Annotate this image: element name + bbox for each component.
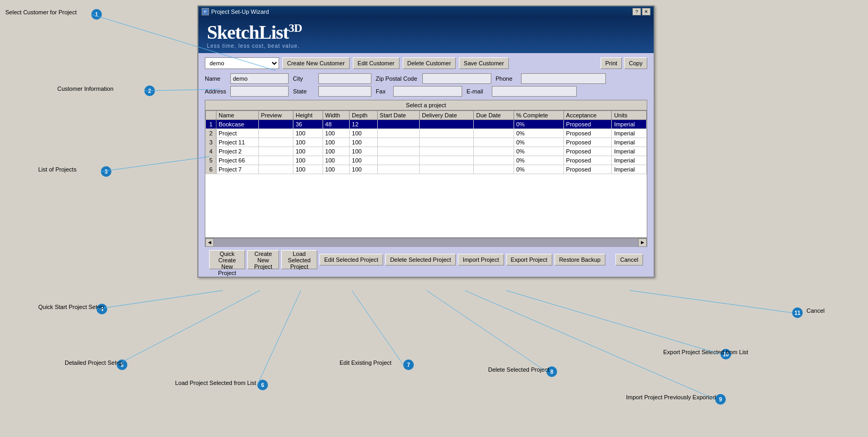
scroll-right-btn[interactable]: ▶: [638, 238, 647, 247]
city-input[interactable]: [318, 73, 371, 84]
customer-dropdown[interactable]: demo: [205, 57, 279, 69]
state-input[interactable]: [318, 86, 371, 97]
table-row[interactable]: 2 Project 100 100 100 0% Proposed Imperi…: [206, 129, 647, 138]
col-preview: Preview: [258, 111, 293, 120]
delete-selected-button[interactable]: Delete Selected Project: [385, 254, 456, 265]
table-row[interactable]: 4 Project 2 100 100 100 0% Proposed Impe…: [206, 147, 647, 156]
edit-selected-button[interactable]: Edit Selected Project: [319, 254, 383, 265]
svg-text:9: 9: [719, 397, 722, 402]
svg-text:List of Projects: List of Projects: [38, 166, 77, 173]
col-start-date: Start Date: [377, 111, 420, 120]
row-width: 100: [323, 129, 350, 138]
row-start-date: [377, 165, 420, 174]
table-row[interactable]: 6 Project 7 100 100 100 0% Proposed Impe…: [206, 165, 647, 174]
save-customer-button[interactable]: Save Customer: [459, 57, 509, 69]
row-due-date: [474, 147, 514, 156]
row-preview: [258, 147, 293, 156]
print-button[interactable]: Print: [601, 57, 622, 69]
svg-point-12: [97, 304, 107, 314]
project-section-header: Select a project: [205, 100, 647, 110]
logo-area: SketchList3D Less time, less cost, beat …: [198, 17, 654, 53]
table-row[interactable]: 1 Bookcase 36 48 12 0% Proposed Imperial: [206, 120, 647, 129]
title-bar-controls: ? ✕: [632, 8, 650, 15]
row-due-date: [474, 129, 514, 138]
svg-line-43: [630, 290, 792, 313]
row-pct-complete: 0%: [514, 138, 563, 147]
col-height: Height: [293, 111, 323, 120]
row-depth: 100: [350, 138, 377, 147]
table-row[interactable]: 5 Project 66 100 100 100 0% Proposed Imp…: [206, 156, 647, 165]
scroll-left-btn[interactable]: ◀: [205, 238, 214, 247]
print-copy-group: Print Copy: [601, 57, 647, 69]
row-due-date: [474, 156, 514, 165]
phone-input[interactable]: [521, 73, 606, 84]
row-delivery-date: [420, 147, 474, 156]
email-label: E-mail: [466, 88, 488, 95]
quick-create-button[interactable]: Quick Create New Project: [209, 250, 245, 269]
action-button-row: Quick Create New Project Create New Proj…: [205, 247, 647, 272]
restore-backup-button[interactable]: Restore Backup: [554, 254, 605, 265]
row-due-date: [474, 138, 514, 147]
row-pct-complete: 0%: [514, 147, 563, 156]
scroll-track[interactable]: [214, 238, 638, 247]
svg-text:Delete Selected Project: Delete Selected Project: [488, 366, 549, 373]
city-label: City: [293, 75, 314, 82]
project-table: Name Preview Height Width Depth Start Da…: [205, 110, 647, 174]
svg-point-4: [144, 85, 155, 96]
svg-text:Export Project Selected from L: Export Project Selected from List: [663, 349, 748, 355]
create-customer-button[interactable]: Create New Customer: [282, 57, 350, 69]
fax-input[interactable]: [393, 86, 462, 97]
name-input[interactable]: [230, 73, 289, 84]
row-start-date: [377, 120, 420, 129]
row-delivery-date: [420, 129, 474, 138]
row-pct-complete: 0%: [514, 120, 563, 129]
svg-line-39: [506, 290, 721, 354]
row-delivery-date: [420, 156, 474, 165]
svg-text:Import Project Previously Expo: Import Project Previously Exported: [626, 394, 716, 400]
name-label: Name: [205, 75, 226, 82]
edit-customer-button[interactable]: Edit Customer: [353, 57, 400, 69]
email-input[interactable]: [492, 86, 577, 97]
table-header-row: Name Preview Height Width Depth Start Da…: [206, 111, 647, 120]
row-preview: [258, 156, 293, 165]
svg-text:Quick Start Project Setup: Quick Start Project Setup: [38, 304, 104, 310]
row-number: 1: [206, 120, 216, 129]
load-selected-button[interactable]: Load Selected Project: [281, 250, 317, 269]
svg-point-20: [257, 380, 268, 390]
table-empty-area: [205, 174, 647, 238]
col-pct-complete: % Complete: [514, 111, 563, 120]
copy-button[interactable]: Copy: [624, 57, 647, 69]
svg-text:11: 11: [794, 310, 801, 316]
import-button[interactable]: Import Project: [458, 254, 504, 265]
h-scrollbar[interactable]: ◀ ▶: [205, 238, 647, 246]
delete-customer-button[interactable]: Delete Customer: [403, 57, 456, 69]
svg-line-35: [465, 290, 715, 399]
cancel-button[interactable]: Cancel: [615, 254, 643, 265]
row-depth: 100: [350, 165, 377, 174]
create-new-project-button[interactable]: Create New Project: [247, 250, 279, 269]
svg-point-32: [715, 394, 726, 405]
help-button[interactable]: ?: [632, 8, 641, 15]
svg-text:8: 8: [550, 369, 553, 375]
row-width: 100: [323, 156, 350, 165]
row-width: 100: [323, 138, 350, 147]
col-units: Units: [612, 111, 647, 120]
zip-input[interactable]: [422, 73, 491, 84]
svg-line-23: [257, 290, 301, 385]
address-input[interactable]: [230, 86, 289, 97]
row-height: 36: [293, 120, 323, 129]
svg-text:Select Customer for Project: Select Customer for Project: [5, 9, 77, 15]
export-button[interactable]: Export Project: [506, 254, 552, 265]
row-height: 100: [293, 129, 323, 138]
col-depth: Depth: [350, 111, 377, 120]
row-height: 100: [293, 165, 323, 174]
svg-line-15: [97, 290, 223, 309]
logo-3d: 3D: [289, 21, 302, 35]
row-units: Imperial: [612, 120, 647, 129]
row-pct-complete: 0%: [514, 165, 563, 174]
row-units: Imperial: [612, 138, 647, 147]
row-start-date: [377, 147, 420, 156]
svg-text:5: 5: [120, 362, 124, 368]
close-button[interactable]: ✕: [642, 8, 650, 15]
table-row[interactable]: 3 Project 11 100 100 100 0% Proposed Imp…: [206, 138, 647, 147]
